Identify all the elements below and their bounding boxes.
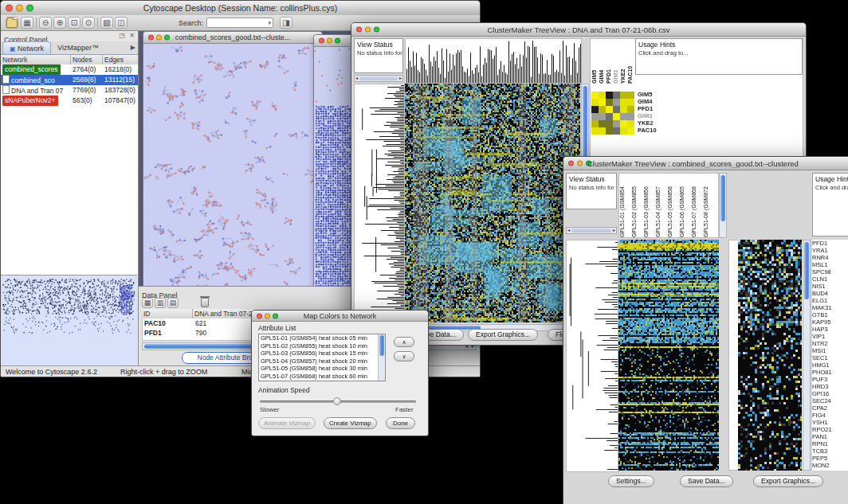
zoom-selected-icon[interactable]: ⊙	[82, 17, 95, 29]
gene-label[interactable]: KAP95	[812, 318, 848, 326]
tab-vizmapper[interactable]: VizMapper™	[51, 41, 105, 54]
heatmap[interactable]	[405, 84, 580, 322]
gene-label[interactable]: SEC24	[812, 397, 848, 404]
animate-vizmap-button[interactable]: Animate Vizmap	[258, 417, 316, 429]
slider-thumb[interactable]	[333, 397, 341, 405]
treeview-combined-titlebar[interactable]: ClusterMaker TreeView : combined_scores_…	[563, 157, 848, 170]
zoom-in-icon[interactable]: ⊕	[53, 17, 66, 29]
scrollbar-track[interactable]	[571, 229, 611, 232]
gene-label[interactable]: RPN1	[812, 440, 848, 447]
row-dendrogram[interactable]	[354, 84, 405, 324]
birdseye-canvas[interactable]	[1, 275, 137, 366]
gene-label[interactable]: SEC1	[812, 354, 848, 361]
birdseye-view[interactable]	[1, 275, 137, 366]
close-panel-icon[interactable]: ✕	[129, 32, 135, 39]
scrollbar-thumb[interactable]	[804, 242, 809, 299]
map-colors-titlebar[interactable]: Map Colors to Network	[252, 311, 428, 322]
settings-button[interactable]: Settings...	[608, 475, 654, 487]
gene-label[interactable]: NTR2	[812, 340, 848, 347]
zoom-fit-icon[interactable]: ⊡	[68, 17, 80, 29]
gene-label[interactable]: CLN1	[812, 275, 848, 283]
network-file-icon[interactable]: ▦	[21, 17, 33, 29]
attribute-list[interactable]: GPL51-01 (GSM854) heat shock 05 minGPL51…	[258, 334, 386, 381]
tv1-column-dendrogram[interactable]	[406, 39, 581, 83]
row-dendrogram[interactable]	[566, 240, 618, 472]
gene-label[interactable]: BUD4	[812, 290, 848, 297]
attribute-item[interactable]: GPL51-07 (GSM868) heat shock 60 min	[259, 373, 385, 381]
gene-list-vscrollbar[interactable]	[803, 240, 811, 471]
gene-label[interactable]: YRA1	[812, 247, 848, 254]
gene-label[interactable]: HMG1	[812, 361, 848, 369]
network-view-titlebar[interactable]: combined_scores_good.txt--cluste...	[143, 32, 322, 44]
gene-label[interactable]: MSL1	[812, 261, 848, 268]
attribute-list-vscrollbar[interactable]	[378, 334, 385, 381]
gene-label[interactable]: TCB3	[812, 447, 848, 455]
search-input[interactable]: ▾	[206, 18, 273, 28]
float-panel-icon[interactable]: ◳	[119, 32, 125, 39]
treeview-dna-titlebar[interactable]: ClusterMaker TreeView : DNA and Tran 07-…	[351, 23, 806, 37]
gene-label[interactable]: NIS1	[812, 283, 848, 290]
close-button[interactable]	[319, 38, 324, 44]
trash-icon[interactable]	[201, 298, 209, 307]
attribute-item[interactable]: GPL51-01 (GSM854) heat shock 05 min	[259, 334, 385, 342]
gene-label[interactable]: HRD3	[812, 383, 848, 390]
export-graphics-button[interactable]: Export Graphics...	[753, 475, 823, 487]
cytoscape-titlebar[interactable]: Cytoscape Desktop (Session Name: collins…	[1, 1, 480, 16]
move-up-button[interactable]: ∧	[394, 337, 414, 347]
tab-scroll-right-icon[interactable]: ▶	[131, 41, 135, 54]
gene-label[interactable]: PHO81	[812, 369, 848, 376]
gene-label[interactable]: PEP5	[812, 455, 848, 462]
tv1-row-dendrogram[interactable]	[355, 84, 404, 323]
attribute-item[interactable]: GPL51-05 (GSM858) heat shock 30 min	[259, 365, 385, 373]
attribute-item[interactable]: GPL51-03 (GSM856) heat shock 15 min	[259, 350, 385, 357]
gene-label[interactable]: VIP1	[812, 333, 848, 340]
move-down-button[interactable]: ∨	[394, 351, 414, 361]
row-dendrogram-hscrollbar[interactable]: ◂ ▸	[354, 75, 403, 82]
save-data-button[interactable]: Save Data...	[680, 475, 733, 487]
gene-label[interactable]: PAN1	[812, 433, 848, 440]
tv2-row-dendrogram[interactable]	[567, 240, 618, 471]
gene-label[interactable]: MSI1	[812, 347, 848, 354]
create-vizmap-button[interactable]: Create Vizmap	[324, 417, 377, 429]
search-dropdown-icon[interactable]: ▾	[269, 20, 273, 26]
tv2-heatmap-canvas[interactable]	[618, 240, 719, 471]
gene-label[interactable]: FIG4	[812, 412, 848, 419]
scroll-left-icon[interactable]: ◂	[567, 228, 571, 233]
attribute-item[interactable]: GPL51-02 (GSM855) heat shock 10 min	[259, 342, 385, 350]
zoom-out-icon[interactable]: ⊖	[39, 17, 52, 29]
open-folder-icon[interactable]	[6, 17, 18, 29]
zoom-button[interactable]	[335, 38, 340, 44]
gene-label[interactable]: HAP3	[812, 326, 848, 333]
gene-label[interactable]: RNR4	[812, 254, 848, 261]
network-row[interactable]: sNAPuberNov2+ 563(0) 107847(0)	[1, 96, 138, 106]
network-row[interactable]: DNA and Tran 07 7769(0) 183728(0)	[1, 85, 138, 96]
gene-label[interactable]: ELG1	[812, 297, 848, 304]
gene-label[interactable]: MAK31	[812, 304, 848, 311]
scrollbar-track[interactable]	[359, 76, 398, 80]
grid-view-icon[interactable]: ▧	[100, 17, 113, 29]
animation-speed-slider[interactable]	[260, 397, 416, 406]
network-row[interactable]: combined_scores 2764(0) 16218(0)	[1, 64, 138, 75]
overlay-icon[interactable]: ◫	[115, 17, 128, 29]
gene-label[interactable]: PFD1	[812, 240, 848, 247]
scrollbar-thumb[interactable]	[379, 335, 384, 356]
scroll-right-icon[interactable]: ▸	[398, 76, 402, 81]
gene-label[interactable]: YSH1	[812, 419, 848, 426]
row-dendrogram-hscrollbar[interactable]: ◂ ▸	[566, 227, 617, 234]
minimize-button[interactable]	[327, 38, 332, 44]
gene-label[interactable]: SPC98	[812, 268, 848, 275]
export-graphics-button[interactable]: Export Graphics...	[468, 329, 538, 341]
attribute-item[interactable]: GPL51-04 (GSM857) heat shock 20 min	[259, 357, 385, 365]
network-row-selected[interactable]: combined_sco 2569(6) 13112(15)	[1, 75, 138, 85]
correlation-matrix[interactable]	[591, 92, 634, 135]
gene-label[interactable]: CPA2	[812, 404, 848, 412]
heatmap[interactable]	[618, 240, 719, 471]
column-header-vscrollbar[interactable]	[719, 173, 727, 238]
scroll-right-icon[interactable]: ▸	[612, 228, 616, 233]
gene-label[interactable]: PUF3	[812, 376, 848, 383]
scroll-left-icon[interactable]: ◂	[355, 76, 359, 81]
gene-label[interactable]: GPI16	[812, 390, 848, 397]
done-button[interactable]: Done	[386, 417, 415, 429]
tv1-heatmap-canvas[interactable]	[405, 84, 580, 322]
gene-label[interactable]: MON2	[812, 462, 848, 469]
